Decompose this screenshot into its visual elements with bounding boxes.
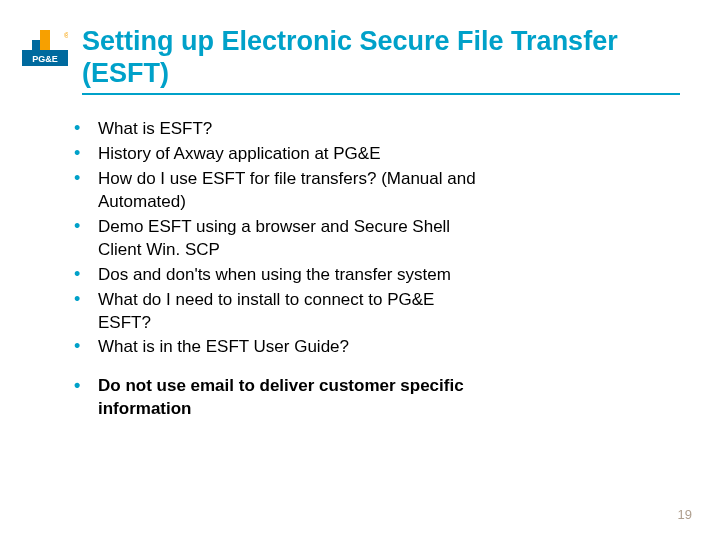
list-item: What is in the ESFT User Guide? <box>60 336 490 359</box>
list-item: How do I use ESFT for file transfers? (M… <box>60 168 490 214</box>
list-item: Do not use email to deliver customer spe… <box>60 375 490 421</box>
pge-logo: PG&E ® <box>22 30 68 66</box>
slide-body: What is ESFT? History of Axway applicati… <box>60 118 490 423</box>
list-item: What is ESFT? <box>60 118 490 141</box>
list-item: What do I need to install to connect to … <box>60 289 490 335</box>
svg-text:PG&E: PG&E <box>32 54 58 64</box>
page-number: 19 <box>678 507 692 522</box>
svg-rect-1 <box>40 30 50 50</box>
list-item: Dos and don'ts when using the transfer s… <box>60 264 490 287</box>
bullet-list-main: What is ESFT? History of Axway applicati… <box>60 118 490 359</box>
svg-rect-2 <box>32 40 40 50</box>
svg-text:®: ® <box>64 32 68 39</box>
list-item: Demo ESFT using a browser and Secure She… <box>60 216 490 262</box>
list-item: History of Axway application at PG&E <box>60 143 490 166</box>
bullet-list-emphasis: Do not use email to deliver customer spe… <box>60 375 490 421</box>
slide-title: Setting up Electronic Secure File Transf… <box>82 26 680 95</box>
